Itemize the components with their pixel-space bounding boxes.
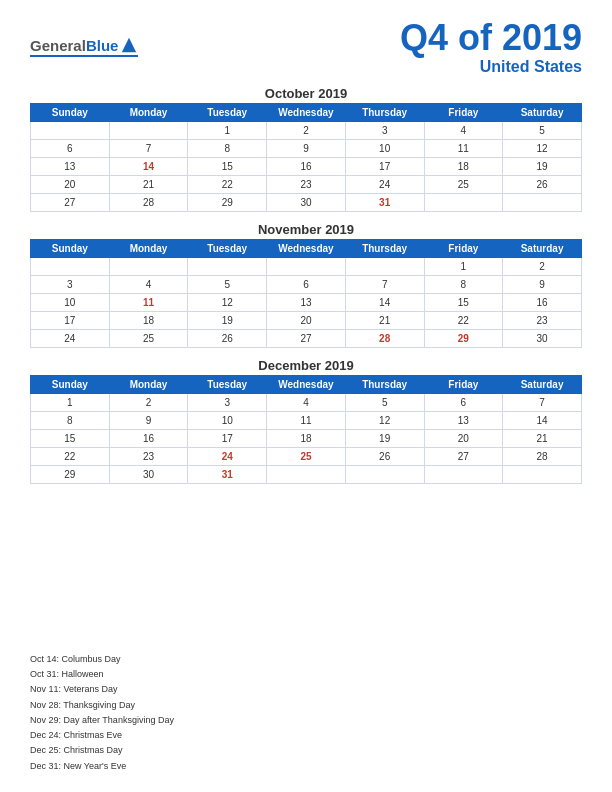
- col-header: Sunday: [31, 375, 110, 393]
- cal-day: 11: [267, 411, 346, 429]
- cal-day: 11: [424, 139, 503, 157]
- col-header: Friday: [424, 239, 503, 257]
- cal-day: 25: [424, 175, 503, 193]
- cal-day: 21: [345, 311, 424, 329]
- col-header: Saturday: [503, 103, 582, 121]
- cal-day: 2: [503, 257, 582, 275]
- note-item: Nov 29: Day after Thanksgiving Day: [30, 713, 582, 728]
- note-item: Dec 25: Christmas Day: [30, 743, 582, 758]
- cal-day: 9: [503, 275, 582, 293]
- cal-day: 5: [345, 393, 424, 411]
- cal-day: [31, 257, 110, 275]
- cal-day: 20: [267, 311, 346, 329]
- col-header: Tuesday: [188, 103, 267, 121]
- cal-day: 24: [188, 447, 267, 465]
- cal-day: 3: [345, 121, 424, 139]
- cal-day: 14: [503, 411, 582, 429]
- cal-day: 8: [188, 139, 267, 157]
- cal-day: 22: [31, 447, 110, 465]
- col-header: Tuesday: [188, 239, 267, 257]
- col-header: Monday: [109, 103, 188, 121]
- cal-day: 2: [267, 121, 346, 139]
- cal-day: [31, 121, 110, 139]
- cal-day: 31: [188, 465, 267, 483]
- cal-day: 31: [345, 193, 424, 211]
- cal-day: 14: [109, 157, 188, 175]
- cal-day: [424, 193, 503, 211]
- cal-day: 23: [109, 447, 188, 465]
- cal-day: 25: [109, 329, 188, 347]
- cal-day: 14: [345, 293, 424, 311]
- cal-day: [267, 465, 346, 483]
- cal-day: 23: [503, 311, 582, 329]
- cal-day: 1: [188, 121, 267, 139]
- svg-marker-0: [122, 38, 136, 52]
- cal-day: 17: [188, 429, 267, 447]
- cal-day: 17: [345, 157, 424, 175]
- cal-day: 16: [267, 157, 346, 175]
- cal-day: 4: [109, 275, 188, 293]
- col-header: Saturday: [503, 239, 582, 257]
- logo-icon: [120, 36, 138, 54]
- cal-day: 10: [345, 139, 424, 157]
- calendar-0: October 2019SundayMondayTuesdayWednesday…: [30, 86, 582, 212]
- cal-day: 29: [424, 329, 503, 347]
- main-title: Q4 of 2019: [400, 18, 582, 58]
- cal-day: [109, 121, 188, 139]
- cal-day: 18: [109, 311, 188, 329]
- cal-day: 1: [31, 393, 110, 411]
- col-header: Saturday: [503, 375, 582, 393]
- cal-day: 30: [267, 193, 346, 211]
- cal-day: 22: [424, 311, 503, 329]
- calendar-2: December 2019SundayMondayTuesdayWednesda…: [30, 358, 582, 484]
- cal-day: 19: [188, 311, 267, 329]
- logo: General Blue: [30, 36, 138, 57]
- cal-day: 7: [503, 393, 582, 411]
- cal-day: 20: [31, 175, 110, 193]
- cal-day: [188, 257, 267, 275]
- cal-day: 11: [109, 293, 188, 311]
- cal-day: [503, 465, 582, 483]
- note-item: Nov 11: Veterans Day: [30, 682, 582, 697]
- cal-day: 9: [109, 411, 188, 429]
- note-item: Oct 14: Columbus Day: [30, 652, 582, 667]
- cal-day: 24: [31, 329, 110, 347]
- cal-table-2: SundayMondayTuesdayWednesdayThursdayFrid…: [30, 375, 582, 484]
- cal-day: 29: [31, 465, 110, 483]
- cal-day: 10: [31, 293, 110, 311]
- cal-table-1: SundayMondayTuesdayWednesdayThursdayFrid…: [30, 239, 582, 348]
- note-item: Oct 31: Halloween: [30, 667, 582, 682]
- cal-day: 13: [267, 293, 346, 311]
- cal-day: 13: [31, 157, 110, 175]
- month-title-0: October 2019: [30, 86, 582, 101]
- col-header: Wednesday: [267, 103, 346, 121]
- col-header: Tuesday: [188, 375, 267, 393]
- cal-day: 15: [31, 429, 110, 447]
- cal-day: 10: [188, 411, 267, 429]
- col-header: Sunday: [31, 103, 110, 121]
- cal-day: 8: [31, 411, 110, 429]
- cal-day: 5: [188, 275, 267, 293]
- cal-day: 4: [267, 393, 346, 411]
- col-header: Thursday: [345, 375, 424, 393]
- cal-day: 18: [424, 157, 503, 175]
- cal-day: 26: [345, 447, 424, 465]
- cal-day: 9: [267, 139, 346, 157]
- cal-day: 19: [503, 157, 582, 175]
- cal-day: 1: [424, 257, 503, 275]
- cal-day: 28: [109, 193, 188, 211]
- col-header: Sunday: [31, 239, 110, 257]
- month-title-2: December 2019: [30, 358, 582, 373]
- logo-general: General: [30, 37, 86, 54]
- note-item: Dec 24: Christmas Eve: [30, 728, 582, 743]
- cal-day: [503, 193, 582, 211]
- note-item: Dec 31: New Year's Eve: [30, 759, 582, 774]
- cal-day: 13: [424, 411, 503, 429]
- month-title-1: November 2019: [30, 222, 582, 237]
- cal-day: 30: [109, 465, 188, 483]
- cal-day: 27: [267, 329, 346, 347]
- cal-day: 19: [345, 429, 424, 447]
- cal-day: 23: [267, 175, 346, 193]
- header: General Blue Q4 of 2019 United States: [30, 18, 582, 76]
- cal-day: 27: [31, 193, 110, 211]
